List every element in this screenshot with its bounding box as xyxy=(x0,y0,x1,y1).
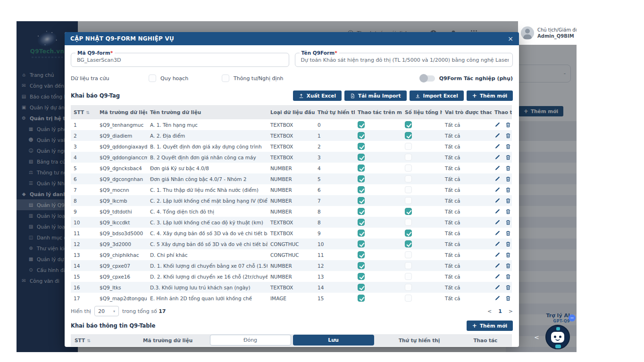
edit-icon[interactable] xyxy=(494,263,500,269)
code-field[interactable]: Mã Q9-form* BG_LaserScan3D xyxy=(71,53,289,67)
edit-icon[interactable] xyxy=(494,165,500,171)
summary-checkbox[interactable] xyxy=(405,251,412,258)
edit-icon[interactable] xyxy=(494,176,500,182)
delete-icon[interactable] xyxy=(505,241,511,247)
summary-checkbox[interactable] xyxy=(405,208,412,215)
delete-icon[interactable] xyxy=(505,122,511,128)
summary-checkbox[interactable] xyxy=(405,262,412,269)
close-icon[interactable]: × xyxy=(508,35,513,42)
mobile-checkbox[interactable] xyxy=(358,175,365,182)
mobile-checkbox[interactable] xyxy=(358,132,365,139)
thêm-mới-button[interactable]: +Thêm mới xyxy=(467,90,513,101)
summary-checkbox[interactable] xyxy=(405,186,412,193)
delete-icon[interactable] xyxy=(505,230,511,236)
summary-checkbox[interactable] xyxy=(405,240,412,247)
mobile-checkbox[interactable] xyxy=(358,262,365,269)
tải-mẫu-import-button[interactable]: Tải mẫu Import xyxy=(344,90,406,101)
mobile-checkbox[interactable] xyxy=(358,251,365,258)
delete-icon[interactable] xyxy=(505,220,511,225)
current-page[interactable]: 1 xyxy=(498,308,502,314)
minimize-bubble[interactable]: − xyxy=(569,314,576,321)
mobile-checkbox[interactable] xyxy=(358,154,365,161)
summary-checkbox[interactable] xyxy=(405,132,412,139)
save-button[interactable]: Lưu xyxy=(293,335,374,346)
xuất-excel-button[interactable]: Xuất Excel xyxy=(293,90,342,101)
circular-checkbox[interactable] xyxy=(222,74,229,82)
edit-icon[interactable] xyxy=(494,296,500,301)
chevron-left-icon[interactable]: < xyxy=(487,308,492,314)
edit-icon[interactable] xyxy=(494,187,500,193)
cell-name: D.3. Khối lượng lưu trú khách sạn (ngày) xyxy=(147,282,268,293)
planning-checkbox[interactable] xyxy=(149,74,156,82)
mobile-checkbox[interactable] xyxy=(358,186,365,193)
edit-icon[interactable] xyxy=(494,155,500,160)
edit-icon[interactable] xyxy=(494,241,500,247)
mobile-checkbox[interactable] xyxy=(358,240,365,247)
delete-icon[interactable] xyxy=(505,176,511,182)
mobile-checkbox[interactable] xyxy=(358,230,365,237)
add-q9-table-button[interactable]: +Thêm mới xyxy=(467,321,513,331)
mobile-checkbox[interactable] xyxy=(358,295,365,302)
edit-icon[interactable] xyxy=(494,144,500,149)
avatar[interactable] xyxy=(521,26,534,40)
delete-icon[interactable] xyxy=(505,263,511,269)
cell-type: CONGTHUC xyxy=(268,249,315,260)
summary-checkbox[interactable] xyxy=(405,284,412,291)
cell-name: D. Chi phí khác xyxy=(147,249,268,260)
planning-checkbox-group[interactable]: Quy hoạch xyxy=(149,74,222,82)
delete-icon[interactable] xyxy=(505,155,511,160)
edit-icon[interactable] xyxy=(494,133,500,139)
edit-icon[interactable] xyxy=(494,252,500,258)
close-button[interactable]: Đóng xyxy=(210,335,291,346)
import-excel-button[interactable]: Import Excel xyxy=(410,90,464,101)
edit-icon[interactable] xyxy=(494,230,500,236)
edit-icon[interactable] xyxy=(494,274,500,280)
mobile-checkbox[interactable] xyxy=(358,273,365,280)
edit-icon[interactable] xyxy=(494,122,500,128)
delete-icon[interactable] xyxy=(505,165,511,171)
total-label: trong tổng số 17 xyxy=(122,308,166,314)
name-field[interactable]: Tên Q9Form* Dự toán Khảo sát hiện trạng … xyxy=(295,53,513,67)
mobile-checkbox[interactable] xyxy=(358,208,365,215)
summary-checkbox[interactable] xyxy=(405,219,412,226)
delete-icon[interactable] xyxy=(505,209,511,214)
delete-icon[interactable] xyxy=(505,274,511,280)
delete-icon[interactable] xyxy=(505,187,511,193)
edit-icon[interactable] xyxy=(494,209,500,214)
secondary-form-toggle[interactable] xyxy=(421,75,435,82)
delete-icon[interactable] xyxy=(505,133,511,139)
mobile-checkbox[interactable] xyxy=(358,284,365,291)
cell-type: TEXTBOX xyxy=(268,228,315,239)
delete-icon[interactable] xyxy=(505,252,511,258)
mobile-checkbox[interactable] xyxy=(358,165,365,172)
delete-icon[interactable] xyxy=(505,198,511,204)
summary-checkbox[interactable] xyxy=(405,175,412,182)
summary-checkbox[interactable] xyxy=(405,154,412,161)
mobile-checkbox[interactable] xyxy=(358,197,365,204)
summary-checkbox[interactable] xyxy=(405,121,412,128)
robot-icon[interactable] xyxy=(545,325,570,349)
delete-icon[interactable] xyxy=(505,144,511,149)
chevron-right-icon[interactable]: > xyxy=(509,308,513,314)
delete-icon[interactable] xyxy=(505,296,511,301)
summary-checkbox[interactable] xyxy=(405,143,412,150)
cell-order: 1 xyxy=(315,130,355,141)
required-mark: * xyxy=(110,50,113,56)
summary-checkbox[interactable] xyxy=(405,165,412,172)
page-size-select[interactable]: 20 ▾ xyxy=(94,306,119,316)
cell-name: E. Hình ảnh 2D tổng quan lưới khống chế xyxy=(147,293,268,304)
sort-icon[interactable]: ⇅ xyxy=(86,110,90,115)
edit-icon[interactable] xyxy=(494,285,500,290)
mobile-checkbox[interactable] xyxy=(358,143,365,150)
mobile-checkbox[interactable] xyxy=(358,121,365,128)
summary-checkbox[interactable] xyxy=(405,295,412,302)
summary-checkbox[interactable] xyxy=(405,230,412,237)
assistant-collapse-icon[interactable]: < xyxy=(534,334,539,341)
summary-checkbox[interactable] xyxy=(405,197,412,204)
mobile-checkbox[interactable] xyxy=(358,219,365,226)
circular-checkbox-group[interactable]: Thông tư/Nghị định xyxy=(222,74,295,82)
edit-icon[interactable] xyxy=(494,198,500,204)
edit-icon[interactable] xyxy=(494,220,500,225)
delete-icon[interactable] xyxy=(505,285,511,290)
summary-checkbox[interactable] xyxy=(405,273,412,280)
